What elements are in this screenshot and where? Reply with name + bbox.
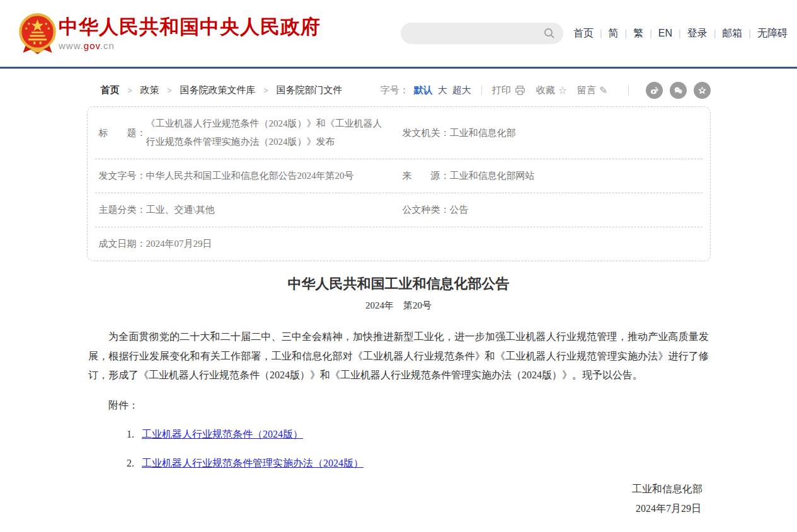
document-title: 中华人民共和国工业和信息化部公告 [88,276,709,292]
comment-button[interactable]: 留言 ✎ [577,84,607,96]
meta-value: 中华人民共和国工业和信息化部公告2024年第20号 [146,167,390,185]
wechat-icon[interactable] [670,82,687,99]
site-url-prefix: www. [59,40,84,51]
document-paragraph: 为全面贯彻党的二十大和二十届二中、三中全会精神，加快推进新型工业化，进一步加强工… [88,327,709,385]
meta-value: 工业和信息化部网站 [450,167,694,185]
meta-value: 2024年07月29日 [146,235,390,253]
meta-cell-issue-date: 成文日期： 2024年07月29日 [95,227,399,261]
signer-name: 工业和信息化部 [88,484,709,495]
document-meta-table: 标 题： 《工业机器人行业规范条件（2024版）》和《工业机器人行业规范条件管理… [87,106,711,261]
site-url-gov: gov [84,40,100,51]
attachment-item: 2.工业机器人行业规范条件管理实施办法（2024版） [88,458,709,469]
meta-label: 来 源： [403,167,450,185]
meta-row: 发文字号： 中华人民共和国工业和信息化部公告2024年第20号 来 源： 工业和… [95,159,702,193]
attachment-link-1[interactable]: 工业机器人行业规范条件（2024版） [142,429,303,439]
font-size-large-button[interactable]: 大 [438,84,447,96]
meta-cell-topic-category: 主题分类： 工业、交通\其他 [95,193,399,227]
site-logo[interactable]: 中华人民共和国中央人民政府 www.gov.cn [16,13,321,55]
nav-accessibility[interactable]: 无障碍 [742,27,788,40]
attachment-number: 1. [127,429,134,439]
meta-label: 标 题： [99,124,146,142]
meta-label: 主题分类： [99,201,146,219]
page-tools-bar: 首页 政策 国务院政策文件库 国务院部门文件 字号： 默认 大 超大 打印 收藏… [87,81,711,99]
national-emblem-icon [16,13,59,55]
meta-value: 工业、交通\其他 [146,201,390,219]
document-body: 中华人民共和国工业和信息化部公告 2024年 第20号 为全面贯彻党的二十大和二… [88,276,709,514]
star-outline-icon: ☆ [558,84,567,96]
nav-traditional[interactable]: 繁 [619,27,644,40]
meta-label: 成文日期： [99,235,146,253]
meta-label: 发文字号： [99,167,146,185]
search-icon[interactable] [543,27,556,40]
site-title: 中华人民共和国中央人民政府 [59,16,321,38]
breadcrumb-department-docs[interactable]: 国务院部门文件 [256,84,343,96]
meta-cell-source: 来 源： 工业和信息化部网站 [399,159,702,193]
meta-row: 主题分类： 工业、交通\其他 公文种类： 公告 [95,193,702,227]
weibo-icon[interactable] [646,82,663,99]
nav-mail[interactable]: 邮箱 [708,27,743,40]
favorite-label: 收藏 [536,84,555,96]
meta-row: 成文日期： 2024年07月29日 [95,227,702,261]
meta-label: 发文机关： [403,124,450,142]
meta-cell-issuing-agency: 发文机关： 工业和信息化部 [399,107,702,159]
site-header: 中华人民共和国中央人民政府 www.gov.cn 首页 简 繁 EN 登录 邮箱… [0,0,797,69]
site-url-suffix: .cn [100,40,115,51]
nav-home[interactable]: 首页 [573,27,593,40]
sign-date: 2024年7月29日 [88,503,709,514]
meta-cell-doc-number: 发文字号： 中华人民共和国工业和信息化部公告2024年第20号 [95,159,399,193]
nav-simplified[interactable]: 简 [593,27,619,40]
meta-value: 工业和信息化部 [450,124,694,142]
breadcrumb: 首页 政策 国务院政策文件库 国务院部门文件 [87,84,343,96]
search-input[interactable] [411,28,543,39]
meta-cell-title: 标 题： 《工业机器人行业规范条件（2024版）》和《工业机器人行业规范条件管理… [95,107,399,159]
breadcrumb-policy[interactable]: 政策 [120,84,159,96]
attachment-number: 2. [127,458,134,468]
search-box[interactable] [401,23,563,44]
nav-english[interactable]: EN [643,28,672,39]
site-url: www.gov.cn [59,40,321,51]
breadcrumb-policy-library[interactable]: 国务院政策文件库 [159,84,256,96]
star-share-icon[interactable] [694,82,711,99]
favorite-button[interactable]: 收藏 ☆ [536,84,567,96]
toolbar-divider [628,86,629,95]
meta-value: 公告 [450,201,694,219]
meta-row: 标 题： 《工业机器人行业规范条件（2024版）》和《工业机器人行业规范条件管理… [95,107,702,159]
nav-login[interactable]: 登录 [672,27,708,40]
font-size-default-button[interactable]: 默认 [414,84,433,96]
font-size-xlarge-button[interactable]: 超大 [452,84,471,96]
attachment-item: 1.工业机器人行业规范条件（2024版） [88,429,709,440]
print-button[interactable]: 打印 [492,84,526,96]
meta-cell-doc-type: 公文种类： 公告 [399,193,702,227]
pencil-icon: ✎ [599,84,607,96]
document-toolbar: 字号： 默认 大 超大 打印 收藏 ☆ 留言 ✎ [381,82,711,99]
top-nav: 首页 简 繁 EN 登录 邮箱 无障碍 [573,27,788,40]
meta-value: 《工业机器人行业规范条件（2024版）》和《工业机器人行业规范条件管理实施办法（… [146,115,390,151]
comment-label: 留言 [577,84,596,96]
toolbar-divider [481,86,482,95]
font-size-label: 字号： [381,84,409,96]
breadcrumb-home[interactable]: 首页 [101,84,120,96]
print-label: 打印 [492,84,511,96]
signature-block: 工业和信息化部 2024年7月29日 [88,484,709,514]
document-issue-number: 2024年 第20号 [88,300,709,312]
attachments-label: 附件： [88,400,709,411]
attachment-link-2[interactable]: 工业机器人行业规范条件管理实施办法（2024版） [142,458,364,468]
meta-label: 公文种类： [403,201,450,219]
printer-icon [514,84,526,96]
